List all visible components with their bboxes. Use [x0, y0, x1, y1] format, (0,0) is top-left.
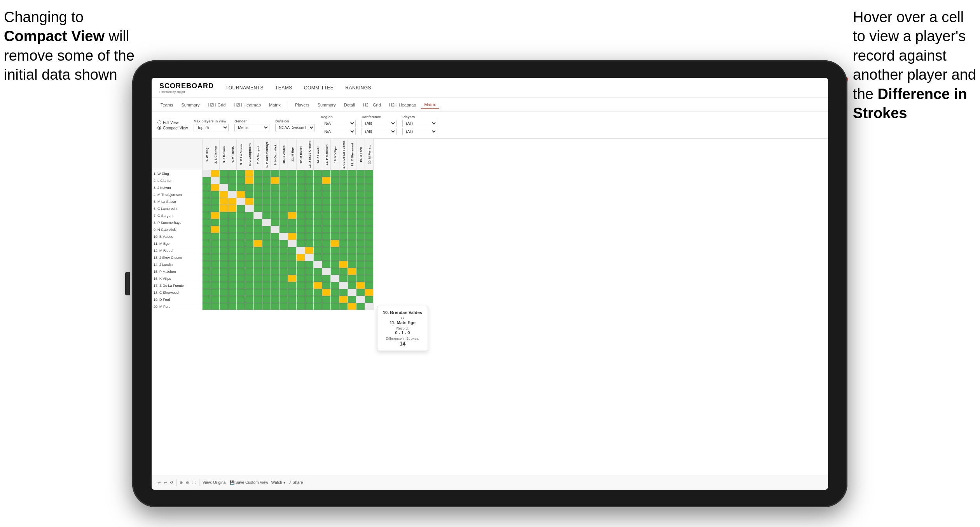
matrix-cell[interactable]: [220, 205, 228, 212]
matrix-cell[interactable]: [297, 282, 305, 289]
matrix-cell[interactable]: [211, 268, 220, 275]
matrix-cell[interactable]: [305, 268, 314, 275]
matrix-cell[interactable]: [237, 233, 245, 240]
matrix-cell[interactable]: [237, 212, 245, 219]
matrix-cell[interactable]: [211, 296, 220, 303]
matrix-cell[interactable]: [203, 296, 211, 303]
subnav-h2hgrid-right[interactable]: H2H Grid: [360, 101, 384, 109]
matrix-cell[interactable]: [348, 240, 356, 247]
matrix-cell[interactable]: [365, 198, 374, 205]
matrix-cell[interactable]: [262, 233, 271, 240]
matrix-cell[interactable]: [348, 212, 356, 219]
matrix-cell[interactable]: [280, 198, 288, 205]
matrix-cell[interactable]: [237, 296, 245, 303]
matrix-cell[interactable]: [271, 282, 280, 289]
matrix-cell[interactable]: [280, 268, 288, 275]
matrix-cell[interactable]: [348, 198, 356, 205]
matrix-cell[interactable]: [288, 184, 297, 191]
matrix-cell[interactable]: [203, 268, 211, 275]
matrix-cell[interactable]: [356, 177, 365, 184]
matrix-cell[interactable]: [254, 247, 262, 254]
matrix-cell[interactable]: [254, 296, 262, 303]
matrix-cell[interactable]: [314, 261, 322, 268]
matrix-cell[interactable]: [288, 177, 297, 184]
matrix-cell[interactable]: [314, 247, 322, 254]
matrix-cell[interactable]: [297, 177, 305, 184]
matrix-cell[interactable]: [365, 254, 374, 261]
matrix-cell[interactable]: [305, 275, 314, 282]
matrix-cell[interactable]: [322, 240, 331, 247]
matrix-cell[interactable]: [211, 198, 220, 205]
matrix-cell[interactable]: [271, 296, 280, 303]
matrix-cell[interactable]: [211, 212, 220, 219]
matrix-cell[interactable]: [211, 303, 220, 310]
matrix-cell[interactable]: [297, 219, 305, 226]
matrix-cell[interactable]: [331, 275, 339, 282]
matrix-cell[interactable]: [339, 191, 348, 198]
matrix-cell[interactable]: [203, 261, 211, 268]
matrix-cell[interactable]: [339, 282, 348, 289]
matrix-cell[interactable]: [262, 205, 271, 212]
matrix-cell[interactable]: [228, 191, 237, 198]
watch-button[interactable]: Watch ▾: [271, 480, 285, 485]
matrix-cell[interactable]: [297, 247, 305, 254]
matrix-cell[interactable]: [228, 296, 237, 303]
subnav-detail[interactable]: Detail: [341, 101, 358, 109]
matrix-cell[interactable]: [314, 303, 322, 310]
division-select[interactable]: NCAA Division I: [275, 124, 315, 131]
matrix-cell[interactable]: [365, 268, 374, 275]
matrix-cell[interactable]: [203, 289, 211, 296]
matrix-cell[interactable]: [356, 289, 365, 296]
matrix-cell[interactable]: [254, 233, 262, 240]
matrix-cell[interactable]: [245, 191, 254, 198]
matrix-cell[interactable]: [314, 198, 322, 205]
matrix-cell[interactable]: [271, 261, 280, 268]
matrix-cell[interactable]: [365, 282, 374, 289]
matrix-cell[interactable]: [220, 177, 228, 184]
tablet-side-button[interactable]: [125, 272, 130, 295]
matrix-cell[interactable]: [254, 268, 262, 275]
matrix-cell[interactable]: [220, 247, 228, 254]
matrix-cell[interactable]: [228, 177, 237, 184]
matrix-cell[interactable]: [297, 212, 305, 219]
matrix-cell[interactable]: [262, 275, 271, 282]
matrix-cell[interactable]: [314, 233, 322, 240]
matrix-cell[interactable]: [348, 275, 356, 282]
matrix-cell[interactable]: [365, 177, 374, 184]
matrix-cell[interactable]: [262, 212, 271, 219]
matrix-cell[interactable]: [322, 303, 331, 310]
matrix-cell[interactable]: [365, 247, 374, 254]
matrix-cell[interactable]: [245, 289, 254, 296]
matrix-cell[interactable]: [237, 219, 245, 226]
matrix-cell[interactable]: [211, 184, 220, 191]
matrix-cell[interactable]: [237, 170, 245, 177]
matrix-cell[interactable]: [339, 247, 348, 254]
subnav-h2hgrid-left[interactable]: H2H Grid: [204, 101, 229, 109]
matrix-cell[interactable]: [322, 226, 331, 233]
matrix-cell[interactable]: [339, 184, 348, 191]
matrix-cell[interactable]: [211, 170, 220, 177]
matrix-cell[interactable]: [271, 275, 280, 282]
region-select-2[interactable]: N/A: [321, 128, 356, 135]
matrix-cell[interactable]: [339, 289, 348, 296]
matrix-cell[interactable]: [228, 240, 237, 247]
matrix-cell[interactable]: [314, 275, 322, 282]
matrix-cell[interactable]: [280, 275, 288, 282]
players-select-2[interactable]: (All): [402, 128, 437, 135]
matrix-cell[interactable]: [356, 268, 365, 275]
matrix-cell[interactable]: [322, 268, 331, 275]
matrix-cell[interactable]: [203, 254, 211, 261]
matrix-cell[interactable]: [254, 198, 262, 205]
matrix-cell[interactable]: [262, 261, 271, 268]
matrix-cell[interactable]: [262, 289, 271, 296]
matrix-cell[interactable]: [297, 233, 305, 240]
matrix-cell[interactable]: [271, 198, 280, 205]
matrix-cell[interactable]: [262, 296, 271, 303]
matrix-cell[interactable]: [280, 205, 288, 212]
matrix-cell[interactable]: [262, 170, 271, 177]
subnav-teams[interactable]: Teams: [157, 101, 176, 109]
matrix-cell[interactable]: [314, 184, 322, 191]
matrix-cell[interactable]: [365, 226, 374, 233]
matrix-cell[interactable]: [305, 198, 314, 205]
matrix-cell[interactable]: [365, 219, 374, 226]
